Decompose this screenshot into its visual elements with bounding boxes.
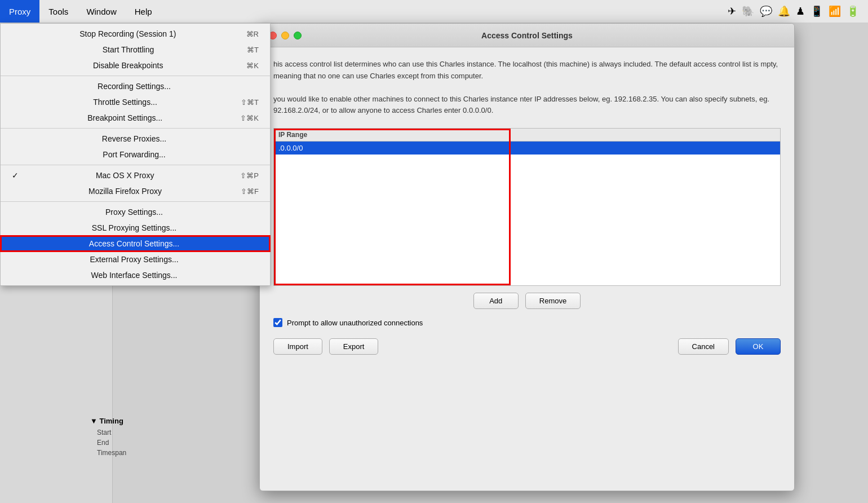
- timing-timespan: Timespan: [90, 448, 126, 458]
- evernote-icon: 🐘: [742, 5, 754, 17]
- menu-label-external-proxy: External Proxy Settings...: [90, 255, 178, 264]
- dialog-title: Access Control Settings: [481, 31, 573, 40]
- menu-stop-recording[interactable]: Stop Recording (Session 1) ⌘R: [1, 26, 270, 42]
- bell-icon: 🔔: [778, 5, 790, 17]
- access-control-dialog: Access Control Settings his access contr…: [259, 23, 795, 491]
- menu-label-recording-settings: Recording Settings...: [98, 82, 171, 91]
- menu-mac-proxy[interactable]: ✓ Mac OS X Proxy ⇧⌘P: [1, 167, 270, 183]
- menu-recording-settings[interactable]: Recording Settings...: [1, 78, 270, 94]
- proxy-dropdown: Stop Recording (Session 1) ⌘R Start Thro…: [0, 23, 271, 286]
- menu-external-proxy[interactable]: External Proxy Settings...: [1, 252, 270, 267]
- menu-label-port-forwarding: Port Forwarding...: [103, 150, 165, 159]
- add-button[interactable]: Add: [473, 293, 519, 309]
- menu-window[interactable]: Window: [77, 0, 125, 23]
- table-action-buttons: Add Remove: [273, 293, 781, 309]
- ip-value-1: .0.0.0/0: [278, 144, 776, 152]
- traffic-lights: [269, 32, 302, 39]
- shortcut-mac-proxy: ⇧⌘P: [240, 171, 259, 180]
- menu-label-web-interface: Web Interface Settings...: [91, 271, 177, 280]
- footer-right-buttons: Cancel OK: [678, 338, 781, 355]
- shortcut-stop-recording: ⌘R: [246, 30, 259, 38]
- dialog-description-2: you would like to enable other machines …: [273, 94, 781, 117]
- menubar-icons: ✈ 🐘 💬 🔔 ♟ 📱 📶 🔋: [728, 5, 868, 17]
- battery-icon: 🔋: [847, 5, 859, 17]
- menu-label-reverse-proxies: Reverse Proxies...: [102, 134, 166, 143]
- menu-label-throttle-settings: Throttle Settings...: [93, 98, 157, 107]
- cancel-button[interactable]: Cancel: [678, 338, 729, 355]
- maximize-button[interactable]: [294, 32, 302, 39]
- menubar: Proxy Tools Window Help ✈ 🐘 💬 🔔 ♟ 📱 📶 🔋: [0, 0, 868, 23]
- menu-breakpoint-settings[interactable]: Breakpoint Settings... ⇧⌘K: [1, 110, 270, 126]
- timing-section: ▼ Timing Start End Timespan: [90, 417, 126, 458]
- remove-button[interactable]: Remove: [525, 293, 581, 309]
- menu-firefox-proxy[interactable]: Mozilla Firefox Proxy ⇧⌘F: [1, 183, 270, 199]
- wifi-icon: 📶: [829, 5, 841, 17]
- dialog-body: his access control list determines who c…: [260, 47, 794, 366]
- separator-1: [1, 76, 270, 76]
- menu-label-start-throttling: Start Throttling: [103, 45, 154, 54]
- shortcut-breakpoints: ⌘K: [246, 61, 259, 70]
- import-button[interactable]: Import: [273, 338, 322, 355]
- minimize-button[interactable]: [281, 32, 289, 39]
- menu-proxy[interactable]: Proxy: [0, 0, 39, 23]
- menu-disable-breakpoints[interactable]: Disable Breakpoints ⌘K: [1, 58, 270, 73]
- menu-label-proxy-settings: Proxy Settings...: [105, 208, 163, 217]
- menu-label-firefox-proxy: Mozilla Firefox Proxy: [88, 187, 162, 196]
- menu-start-throttling[interactable]: Start Throttling ⌘T: [1, 42, 270, 58]
- checkbox-row: Prompt to allow unauthorized connections: [273, 318, 781, 327]
- separator-2: [1, 128, 270, 129]
- menu-label-ssl-settings: SSL Proxying Settings...: [92, 223, 176, 232]
- menu-throttle-settings[interactable]: Throttle Settings... ⇧⌘T: [1, 94, 270, 110]
- table-row-1[interactable]: .0.0.0/0: [274, 142, 780, 155]
- timing-start: Start: [90, 427, 126, 438]
- timing-end: End: [90, 438, 126, 448]
- chess-icon: ♟: [796, 5, 805, 17]
- export-button[interactable]: Export: [329, 338, 379, 355]
- ip-range-table: IP Range .0.0.0/0: [273, 128, 781, 286]
- location-icon: ✈: [728, 5, 736, 17]
- dialog-titlebar: Access Control Settings: [260, 24, 794, 47]
- menu-web-interface[interactable]: Web Interface Settings...: [1, 267, 270, 283]
- menu-reverse-proxies[interactable]: Reverse Proxies...: [1, 131, 270, 147]
- menu-proxy-settings[interactable]: Proxy Settings...: [1, 204, 270, 220]
- checkbox-label: Prompt to allow unauthorized connections: [287, 319, 423, 327]
- separator-3: [1, 165, 270, 165]
- shortcut-throttling: ⌘T: [247, 46, 259, 54]
- ok-button[interactable]: OK: [736, 338, 781, 355]
- dialog-footer: Import Export Cancel OK: [273, 338, 781, 355]
- dialog-description-1: his access control list determines who c…: [273, 59, 781, 82]
- shortcut-firefox-proxy: ⇧⌘F: [241, 187, 259, 196]
- unauthorized-checkbox[interactable]: [273, 318, 282, 327]
- menu-label-access-control: Access Control Settings...: [89, 239, 179, 248]
- menu-label-mac-proxy: Mac OS X Proxy: [96, 171, 154, 180]
- ip-range-header: IP Range: [278, 131, 307, 139]
- menu-check-mac: ✓: [12, 171, 21, 180]
- menu-ssl-settings[interactable]: SSL Proxying Settings...: [1, 220, 270, 236]
- shortcut-bp-settings: ⇧⌘K: [240, 114, 259, 122]
- timing-header: ▼ Timing: [90, 417, 126, 425]
- wechat-icon: 📱: [811, 5, 823, 17]
- separator-4: [1, 201, 270, 202]
- menu-access-control[interactable]: Access Control Settings...: [1, 236, 270, 252]
- menu-tools[interactable]: Tools: [39, 0, 77, 23]
- menu-label-stop-recording: Stop Recording (Session 1): [79, 29, 176, 38]
- menu-label-disable-breakpoints: Disable Breakpoints: [93, 61, 163, 70]
- shortcut-throttle-settings: ⇧⌘T: [241, 98, 259, 107]
- footer-left-buttons: Import Export: [273, 338, 378, 355]
- chat-icon: 💬: [760, 5, 772, 17]
- menu-help[interactable]: Help: [126, 0, 161, 23]
- table-header: IP Range: [274, 129, 780, 142]
- menu-label-breakpoint-settings: Breakpoint Settings...: [87, 113, 162, 122]
- menu-port-forwarding[interactable]: Port Forwarding...: [1, 147, 270, 162]
